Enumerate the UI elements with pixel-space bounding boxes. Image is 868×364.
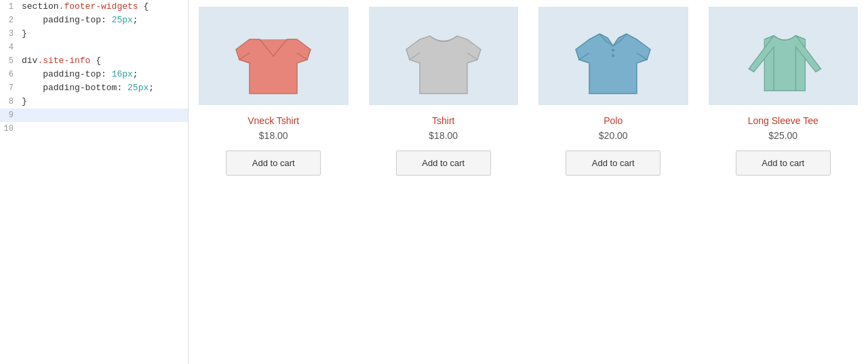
line-number: 2 [0, 14, 19, 27]
product-item-vneck: Vneck Tshirt $18.00 Add to cart [189, 0, 359, 364]
product-item-polo: Polo $20.00 Add to cart [528, 0, 698, 364]
line-number: 7 [0, 81, 19, 95]
line-content [19, 122, 22, 136]
line-number: 9 [0, 108, 19, 122]
svg-point-3 [612, 54, 614, 57]
line-number: 6 [0, 68, 19, 81]
product-price-vneck: $18.00 [259, 130, 288, 141]
product-image-container-longsleeve [709, 7, 859, 105]
add-to-cart-button-longsleeve[interactable]: Add to cart [736, 150, 831, 176]
product-name-tshirt: Tshirt [432, 115, 454, 126]
product-price-polo: $20.00 [599, 130, 628, 141]
product-image-container-tshirt [369, 7, 519, 105]
code-line-10: 10 [0, 122, 188, 136]
svg-point-2 [612, 49, 614, 52]
product-image-longsleeve [743, 12, 824, 100]
line-content: } [19, 95, 27, 108]
product-name-polo: Polo [604, 115, 623, 126]
product-panel: Vneck Tshirt $18.00 Add to cart [189, 0, 868, 364]
code-line-6: 6 padding-top: 16px; [0, 68, 188, 81]
product-image-polo [572, 12, 654, 100]
line-number: 3 [0, 27, 19, 41]
product-name-vneck: Vneck Tshirt [248, 115, 299, 126]
line-content: section.footer-widgets { [19, 0, 149, 14]
code-line-5: 5 div.site-info { [0, 54, 188, 68]
code-line-9: 9 ​ [0, 108, 188, 122]
product-image-vneck [233, 12, 314, 100]
line-content: padding-top: 16px; [19, 68, 138, 81]
line-number: 5 [0, 54, 19, 68]
line-content [19, 41, 22, 54]
product-price-tshirt: $18.00 [429, 130, 458, 141]
line-content: div.site-info { [19, 54, 101, 68]
code-line-4: 4 [0, 41, 188, 54]
code-line-7: 7 padding-bottom: 25px; [0, 81, 188, 95]
line-number: 1 [0, 0, 19, 14]
product-price-longsleeve: $25.00 [768, 130, 797, 141]
product-image-container-vneck [199, 7, 349, 105]
line-content: } [19, 27, 27, 41]
line-content: padding-top: 25px; [19, 14, 138, 27]
line-number: 10 [0, 122, 19, 136]
product-name-longsleeve: Long Sleeve Tee [748, 115, 818, 126]
line-number: 8 [0, 95, 19, 108]
code-line-2: 2 padding-top: 25px; [0, 14, 188, 27]
code-line-1: 1 section.footer-widgets { [0, 0, 188, 14]
products-grid: Vneck Tshirt $18.00 Add to cart [189, 0, 868, 364]
product-item-longsleeve: Long Sleeve Tee $25.00 Add to cart [698, 0, 869, 364]
code-line-3: 3 } [0, 27, 188, 41]
code-editor: 1 section.footer-widgets { 2 padding-top… [0, 0, 189, 364]
line-content: ​ [19, 108, 22, 122]
line-content: padding-bottom: 25px; [19, 81, 154, 95]
add-to-cart-button-tshirt[interactable]: Add to cart [396, 150, 491, 176]
product-image-container-polo [538, 7, 688, 105]
product-item-tshirt: Tshirt $18.00 Add to cart [359, 0, 529, 364]
line-number: 4 [0, 41, 19, 54]
product-image-tshirt [403, 12, 484, 100]
code-line-8: 8 } [0, 95, 188, 108]
add-to-cart-button-vneck[interactable]: Add to cart [226, 150, 321, 176]
add-to-cart-button-polo[interactable]: Add to cart [566, 150, 660, 176]
